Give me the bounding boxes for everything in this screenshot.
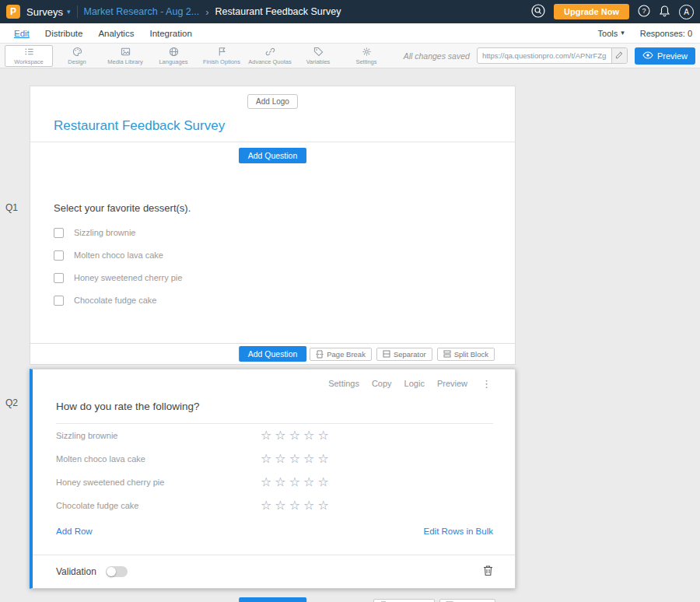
validation-row: Validation (56, 555, 493, 588)
add-question-button-top[interactable]: Add Question (239, 148, 307, 163)
page-break-button[interactable]: Page Break (373, 599, 436, 602)
help-button[interactable]: ? (638, 5, 650, 19)
preview-button[interactable]: Preview (635, 47, 695, 65)
survey-url-input[interactable] (478, 51, 611, 60)
validation-label: Validation (56, 566, 96, 577)
survey-url-box (477, 47, 628, 64)
question-preview-button[interactable]: Preview (437, 379, 467, 388)
more-options-icon[interactable]: ⋮ (480, 378, 493, 390)
topbar-actions: Upgrade Now ? A (531, 4, 694, 20)
option-label[interactable]: Chocolate fudge cake (74, 296, 156, 305)
notifications-button[interactable] (659, 5, 670, 19)
survey-title[interactable]: Restaurant Feedback Survey (54, 118, 515, 134)
edit-url-button[interactable] (611, 47, 627, 64)
separator-button[interactable]: Separator (439, 599, 495, 602)
page-break-button[interactable]: Page Break (310, 348, 372, 361)
question-settings-button[interactable]: Settings (328, 379, 359, 388)
divider (77, 5, 78, 18)
split-block-label: Split Block (454, 350, 488, 359)
search-button[interactable] (531, 4, 545, 20)
separator-button[interactable]: Separator (376, 348, 432, 361)
question-copy-button[interactable]: Copy (372, 379, 392, 388)
rating-row-label[interactable]: Molten choco lava cake (56, 454, 261, 464)
tool-finish-options[interactable]: Finish Options (198, 44, 246, 68)
option-label[interactable]: Honey sweetened cherry pie (74, 273, 182, 282)
add-row-link[interactable]: Add Row (56, 527, 93, 536)
tool-design[interactable]: Design (53, 44, 101, 68)
question-number-q1: Q1 (5, 202, 18, 213)
question-menu: Settings Copy Logic Preview ⋮ (56, 374, 493, 393)
tool-media-library[interactable]: Media Library (101, 44, 149, 68)
breadcrumb: Market Research - Aug 2... › Restaurant … (84, 6, 341, 18)
checkbox[interactable] (54, 296, 64, 306)
tool-label: Advance Quotas (248, 58, 291, 65)
star-rating-icons[interactable]: ☆☆☆☆☆ (261, 476, 332, 488)
checkbox[interactable] (54, 228, 64, 238)
tab-edit[interactable]: Edit (6, 23, 37, 43)
topbar: P Surveys ▾ Market Research - Aug 2... ›… (0, 0, 700, 23)
add-question-button-mid[interactable]: Add Question (239, 346, 307, 362)
palette-icon (72, 47, 82, 57)
tab-integration[interactable]: Integration (142, 23, 199, 43)
bottom-actions-bar: Add Question Page Break Separator (30, 596, 516, 602)
rating-row: Honey sweetened cherry pie ☆☆☆☆☆ (56, 471, 493, 494)
validation-toggle[interactable] (106, 566, 128, 577)
tool-label: Languages (159, 58, 187, 65)
question-logic-button[interactable]: Logic (404, 379, 425, 388)
tool-workspace[interactable]: Workspace (5, 45, 53, 67)
tool-label: Settings (355, 58, 376, 65)
tools-dropdown[interactable]: Tools ▾ (598, 29, 625, 38)
option-row: Sizzling brownie (54, 227, 492, 238)
search-icon (531, 4, 545, 20)
checkbox[interactable] (54, 273, 64, 283)
survey-column: Add Logo Restaurant Feedback Survey Add … (30, 68, 516, 602)
eye-icon (642, 51, 653, 61)
question-1-text[interactable]: Select your favorite dessert(s). (54, 202, 492, 214)
delete-question-button[interactable] (483, 565, 493, 579)
rating-row: Sizzling brownie ☆☆☆☆☆ (56, 424, 493, 447)
tool-label: Workspace (14, 58, 43, 65)
block-actions-bar: Add Question Page Break Separator (30, 343, 515, 364)
tab-analytics[interactable]: Analytics (90, 23, 142, 43)
help-icon: ? (638, 5, 650, 19)
add-question-button-bottom[interactable]: Add Question (239, 597, 307, 602)
avatar[interactable]: A (679, 5, 694, 19)
tool-variables[interactable]: Variables (294, 44, 342, 68)
link-icon (265, 47, 275, 57)
surveys-dropdown[interactable]: Surveys ▾ (26, 6, 71, 18)
questionpro-logo[interactable]: P (6, 5, 20, 19)
star-rating-icons[interactable]: ☆☆☆☆☆ (261, 499, 332, 512)
question-1: Select your favorite dessert(s). Sizzlin… (54, 202, 492, 306)
question-number-q2: Q2 (5, 397, 18, 408)
checkbox[interactable] (54, 250, 64, 261)
breadcrumb-folder[interactable]: Market Research - Aug 2... (84, 6, 200, 17)
tool-settings[interactable]: Settings (342, 44, 390, 68)
edit-rows-in-bulk-link[interactable]: Edit Rows in Bulk (424, 527, 493, 536)
star-rating-icons[interactable]: ☆☆☆☆☆ (261, 453, 332, 465)
tool-advance-quotas[interactable]: Advance Quotas (246, 44, 294, 68)
option-label[interactable]: Molten choco lava cake (74, 250, 163, 260)
breadcrumb-survey-name[interactable]: Restaurant Feedback Survey (215, 6, 341, 17)
rating-row-label[interactable]: Honey sweetened cherry pie (56, 478, 261, 487)
question-2-card: Settings Copy Logic Preview ⋮ How do you… (30, 369, 516, 589)
page-break-label: Page Break (327, 350, 366, 359)
add-logo-button[interactable]: Add Logo (247, 94, 298, 109)
rating-row-label[interactable]: Chocolate fudge cake (56, 501, 261, 510)
question-2-text[interactable]: How do you rate the following? (56, 393, 493, 424)
preview-label: Preview (657, 51, 688, 61)
chevron-down-icon: ▾ (621, 30, 625, 37)
option-row: Chocolate fudge cake (54, 295, 492, 306)
gear-icon (362, 47, 372, 57)
responses-count[interactable]: Responses: 0 (640, 29, 692, 38)
tab-distribute[interactable]: Distribute (37, 23, 91, 43)
split-block-button[interactable]: Split Block (437, 348, 495, 361)
tool-languages[interactable]: Languages (149, 44, 198, 68)
rating-row-label[interactable]: Sizzling brownie (56, 431, 261, 440)
option-label[interactable]: Sizzling brownie (74, 228, 135, 237)
save-status: All changes saved (404, 51, 470, 61)
row-links: Add Row Edit Rows in Bulk (56, 525, 493, 537)
star-rating-icons[interactable]: ☆☆☆☆☆ (261, 429, 332, 442)
block-actions-group: Page Break Separator Split Block (310, 348, 515, 361)
tools-label: Tools (598, 29, 618, 38)
upgrade-now-button[interactable]: Upgrade Now (554, 4, 629, 19)
